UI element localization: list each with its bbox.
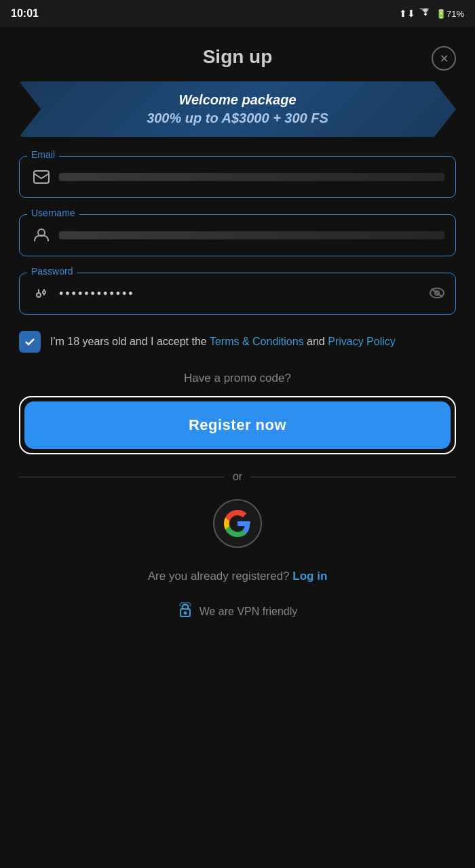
checkbox-label: I'm 18 years old and I accept the Terms … xyxy=(50,331,396,350)
status-bar: 10:01 ⬆⬇ 🔋71% xyxy=(0,0,475,27)
password-field-group: Password xyxy=(19,273,456,315)
or-text: or xyxy=(233,471,242,483)
close-button[interactable]: ✕ xyxy=(432,46,456,71)
promo-code-text: Have a promo code? xyxy=(19,372,456,385)
register-button[interactable]: Register now xyxy=(24,401,451,449)
data-icon: ⬆⬇ xyxy=(399,8,415,19)
email-icon xyxy=(31,166,52,188)
banner-title: Welcome package xyxy=(35,92,440,108)
vpn-row: We are VPN friendly xyxy=(19,602,456,620)
username-icon xyxy=(31,224,52,246)
page-title: Sign up xyxy=(203,46,273,68)
privacy-link[interactable]: Privacy Policy xyxy=(328,336,396,347)
google-signin-wrapper xyxy=(19,499,456,548)
divider-line-left xyxy=(19,477,225,477)
username-input[interactable] xyxy=(59,231,444,239)
svg-line-6 xyxy=(432,289,442,297)
email-input-wrapper xyxy=(19,156,456,198)
svg-point-8 xyxy=(184,612,186,614)
vpn-text: We are VPN friendly xyxy=(200,606,298,618)
password-input-wrapper xyxy=(19,273,456,315)
username-field-group: Username xyxy=(19,214,456,256)
status-time: 10:01 xyxy=(11,7,39,20)
email-input[interactable] xyxy=(59,173,444,181)
or-divider: or xyxy=(19,471,456,483)
header-row: Sign up ✕ xyxy=(19,27,456,81)
battery-icon: 🔋71% xyxy=(436,9,464,19)
username-input-wrapper xyxy=(19,214,456,256)
email-label: Email xyxy=(27,149,59,160)
divider-line-right xyxy=(250,477,456,477)
email-field-group: Email xyxy=(19,156,456,198)
banner-subtitle: 300% up to A$3000 + 300 FS xyxy=(35,111,440,126)
status-icons: ⬆⬇ 🔋71% xyxy=(399,8,464,20)
terms-link[interactable]: Terms & Conditions xyxy=(210,336,304,347)
close-icon: ✕ xyxy=(440,52,449,65)
terms-checkbox[interactable] xyxy=(19,331,41,353)
modal-content: Sign up ✕ Welcome package 300% up to A$3… xyxy=(0,27,475,648)
login-row: Are you already registered? Log in xyxy=(19,570,456,583)
password-icon xyxy=(31,283,52,304)
wifi-icon xyxy=(419,8,432,20)
welcome-banner: Welcome package 300% up to A$3000 + 300 … xyxy=(19,81,456,137)
password-input[interactable] xyxy=(59,284,430,303)
google-signin-button[interactable] xyxy=(213,499,262,548)
svg-rect-0 xyxy=(34,171,49,183)
terms-checkbox-row: I'm 18 years old and I accept the Terms … xyxy=(19,331,456,353)
toggle-password-icon[interactable] xyxy=(430,286,444,302)
register-button-wrapper: Register now xyxy=(19,396,456,454)
password-label: Password xyxy=(27,266,77,277)
vpn-icon xyxy=(178,602,193,620)
login-link[interactable]: Log in xyxy=(292,570,327,583)
username-label: Username xyxy=(27,208,79,218)
